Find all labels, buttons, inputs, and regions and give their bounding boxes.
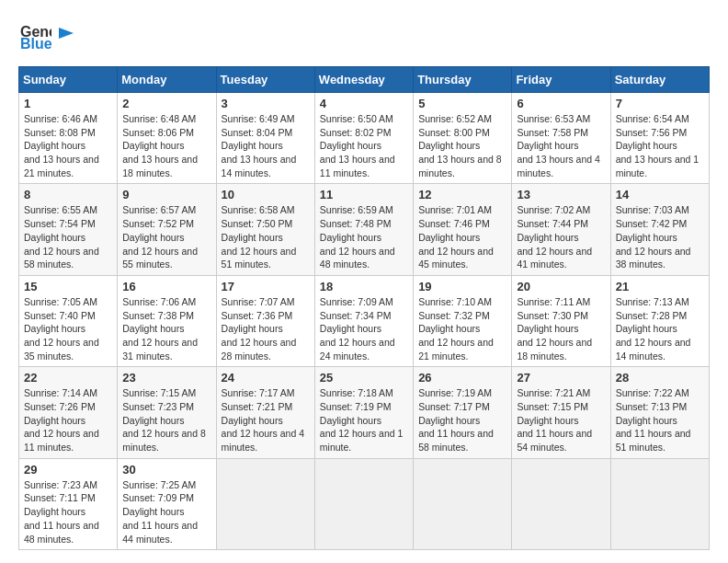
day-info: Sunrise: 7:06 AM Sunset: 7:38 PM Dayligh… [122, 295, 210, 362]
day-number: 26 [418, 371, 506, 385]
calendar-day-cell: 11 Sunrise: 6:59 AM Sunset: 7:48 PM Dayl… [314, 184, 413, 275]
day-number: 30 [122, 463, 210, 477]
day-number: 6 [517, 97, 605, 110]
day-number: 13 [517, 188, 605, 201]
day-number: 5 [418, 97, 506, 110]
day-info: Sunrise: 7:02 AM Sunset: 7:44 PM Dayligh… [517, 203, 605, 270]
calendar-day-cell: 9 Sunrise: 6:57 AM Sunset: 7:52 PM Dayli… [118, 184, 216, 275]
calendar-day-cell: 10 Sunrise: 6:58 AM Sunset: 7:50 PM Dayl… [216, 184, 314, 275]
day-info: Sunrise: 6:58 AM Sunset: 7:50 PM Dayligh… [222, 203, 310, 270]
day-info: Sunrise: 7:19 AM Sunset: 7:17 PM Dayligh… [418, 386, 506, 454]
calendar-table: SundayMondayTuesdayWednesdayThursdayFrid… [18, 66, 710, 550]
day-number: 17 [222, 280, 310, 293]
day-info: Sunrise: 7:10 AM Sunset: 7:32 PM Dayligh… [418, 295, 506, 362]
day-info: Sunrise: 6:49 AM Sunset: 8:04 PM Dayligh… [222, 112, 310, 179]
day-header-thursday: Thursday [414, 67, 512, 93]
calendar-day-cell: 8 Sunrise: 6:55 AM Sunset: 7:54 PM Dayli… [19, 184, 118, 275]
day-header-monday: Monday [118, 67, 216, 93]
day-number: 10 [222, 188, 310, 201]
calendar-day-cell: 30 Sunrise: 7:25 AM Sunset: 7:09 PM Dayl… [118, 458, 216, 549]
day-number: 25 [320, 371, 408, 385]
calendar-day-cell: 2 Sunrise: 6:48 AM Sunset: 8:06 PM Dayli… [118, 93, 216, 184]
calendar-day-cell: 4 Sunrise: 6:50 AM Sunset: 8:02 PM Dayli… [314, 93, 413, 184]
day-number: 8 [24, 188, 112, 201]
calendar-day-cell: 20 Sunrise: 7:11 AM Sunset: 7:30 PM Dayl… [512, 275, 610, 366]
logo-flag-icon [55, 24, 77, 46]
day-info: Sunrise: 7:21 AM Sunset: 7:15 PM Dayligh… [517, 386, 605, 454]
day-info: Sunrise: 7:25 AM Sunset: 7:09 PM Dayligh… [122, 478, 210, 546]
day-number: 9 [122, 188, 210, 201]
calendar-day-cell: 17 Sunrise: 7:07 AM Sunset: 7:36 PM Dayl… [216, 275, 314, 366]
day-info: Sunrise: 6:54 AM Sunset: 7:56 PM Dayligh… [616, 112, 704, 179]
day-info: Sunrise: 7:09 AM Sunset: 7:34 PM Dayligh… [320, 295, 408, 362]
day-info: Sunrise: 6:48 AM Sunset: 8:06 PM Dayligh… [122, 112, 210, 179]
calendar-day-cell: 3 Sunrise: 6:49 AM Sunset: 8:04 PM Dayli… [216, 93, 314, 184]
calendar-day-cell: 15 Sunrise: 7:05 AM Sunset: 7:40 PM Dayl… [19, 275, 118, 366]
day-info: Sunrise: 7:18 AM Sunset: 7:19 PM Dayligh… [320, 386, 408, 454]
calendar-day-cell [610, 458, 709, 549]
day-number: 18 [320, 280, 408, 293]
day-info: Sunrise: 6:53 AM Sunset: 7:58 PM Dayligh… [517, 112, 605, 179]
calendar-day-cell: 6 Sunrise: 6:53 AM Sunset: 7:58 PM Dayli… [512, 93, 610, 184]
day-header-friday: Friday [512, 67, 610, 93]
day-header-tuesday: Tuesday [216, 67, 314, 93]
calendar-day-cell: 24 Sunrise: 7:17 AM Sunset: 7:21 PM Dayl… [216, 367, 314, 458]
day-info: Sunrise: 7:01 AM Sunset: 7:46 PM Dayligh… [418, 203, 506, 270]
day-info: Sunrise: 6:59 AM Sunset: 7:48 PM Dayligh… [320, 203, 408, 270]
day-number: 20 [517, 280, 605, 293]
logo: General Blue [18, 18, 77, 52]
day-info: Sunrise: 6:46 AM Sunset: 8:08 PM Dayligh… [24, 112, 112, 179]
calendar-day-cell [414, 458, 512, 549]
calendar-day-cell: 18 Sunrise: 7:09 AM Sunset: 7:34 PM Dayl… [314, 275, 413, 366]
day-info: Sunrise: 7:23 AM Sunset: 7:11 PM Dayligh… [24, 478, 112, 546]
calendar-day-cell: 25 Sunrise: 7:18 AM Sunset: 7:19 PM Dayl… [314, 367, 413, 458]
calendar-week-row: 1 Sunrise: 6:46 AM Sunset: 8:08 PM Dayli… [19, 93, 710, 184]
day-header-saturday: Saturday [610, 67, 709, 93]
day-info: Sunrise: 6:52 AM Sunset: 8:00 PM Dayligh… [418, 112, 506, 179]
day-number: 3 [222, 97, 310, 110]
day-number: 4 [320, 97, 408, 110]
calendar-day-cell: 22 Sunrise: 7:14 AM Sunset: 7:26 PM Dayl… [19, 367, 118, 458]
calendar-day-cell: 13 Sunrise: 7:02 AM Sunset: 7:44 PM Dayl… [512, 184, 610, 275]
day-number: 19 [418, 280, 506, 293]
day-info: Sunrise: 7:05 AM Sunset: 7:40 PM Dayligh… [24, 295, 112, 362]
day-info: Sunrise: 6:57 AM Sunset: 7:52 PM Dayligh… [122, 203, 210, 270]
day-info: Sunrise: 7:15 AM Sunset: 7:23 PM Dayligh… [122, 386, 210, 454]
day-info: Sunrise: 7:22 AM Sunset: 7:13 PM Dayligh… [616, 386, 704, 454]
calendar-day-cell: 21 Sunrise: 7:13 AM Sunset: 7:28 PM Dayl… [610, 275, 709, 366]
day-info: Sunrise: 7:14 AM Sunset: 7:26 PM Dayligh… [24, 386, 112, 454]
calendar-day-cell: 5 Sunrise: 6:52 AM Sunset: 8:00 PM Dayli… [414, 93, 512, 184]
calendar-day-cell [314, 458, 413, 549]
calendar-day-cell: 29 Sunrise: 7:23 AM Sunset: 7:11 PM Dayl… [19, 458, 118, 549]
day-number: 22 [24, 371, 112, 385]
day-info: Sunrise: 7:11 AM Sunset: 7:30 PM Dayligh… [517, 295, 605, 362]
day-number: 7 [616, 97, 704, 110]
day-number: 28 [616, 371, 704, 385]
calendar-day-cell: 16 Sunrise: 7:06 AM Sunset: 7:38 PM Dayl… [118, 275, 216, 366]
calendar-day-cell: 7 Sunrise: 6:54 AM Sunset: 7:56 PM Dayli… [610, 93, 709, 184]
day-info: Sunrise: 7:17 AM Sunset: 7:21 PM Dayligh… [222, 386, 310, 454]
day-header-sunday: Sunday [19, 67, 118, 93]
calendar-week-row: 22 Sunrise: 7:14 AM Sunset: 7:26 PM Dayl… [19, 367, 710, 458]
calendar-day-cell [512, 458, 610, 549]
day-number: 21 [616, 280, 704, 293]
day-number: 11 [320, 188, 408, 201]
svg-marker-2 [59, 28, 74, 39]
calendar-day-cell: 28 Sunrise: 7:22 AM Sunset: 7:13 PM Dayl… [610, 367, 709, 458]
day-number: 23 [122, 371, 210, 385]
day-number: 24 [222, 371, 310, 385]
calendar-week-row: 29 Sunrise: 7:23 AM Sunset: 7:11 PM Dayl… [19, 458, 710, 549]
day-header-wednesday: Wednesday [314, 67, 413, 93]
day-number: 2 [122, 97, 210, 110]
day-info: Sunrise: 7:03 AM Sunset: 7:42 PM Dayligh… [616, 203, 704, 270]
calendar-week-row: 15 Sunrise: 7:05 AM Sunset: 7:40 PM Dayl… [19, 275, 710, 366]
calendar-day-cell [216, 458, 314, 549]
calendar-day-cell: 19 Sunrise: 7:10 AM Sunset: 7:32 PM Dayl… [414, 275, 512, 366]
calendar-header-row: SundayMondayTuesdayWednesdayThursdayFrid… [19, 67, 710, 93]
day-info: Sunrise: 6:55 AM Sunset: 7:54 PM Dayligh… [24, 203, 112, 270]
calendar-week-row: 8 Sunrise: 6:55 AM Sunset: 7:54 PM Dayli… [19, 184, 710, 275]
svg-text:Blue: Blue [20, 36, 51, 52]
calendar-day-cell: 27 Sunrise: 7:21 AM Sunset: 7:15 PM Dayl… [512, 367, 610, 458]
day-info: Sunrise: 7:13 AM Sunset: 7:28 PM Dayligh… [616, 295, 704, 362]
calendar-day-cell: 23 Sunrise: 7:15 AM Sunset: 7:23 PM Dayl… [118, 367, 216, 458]
